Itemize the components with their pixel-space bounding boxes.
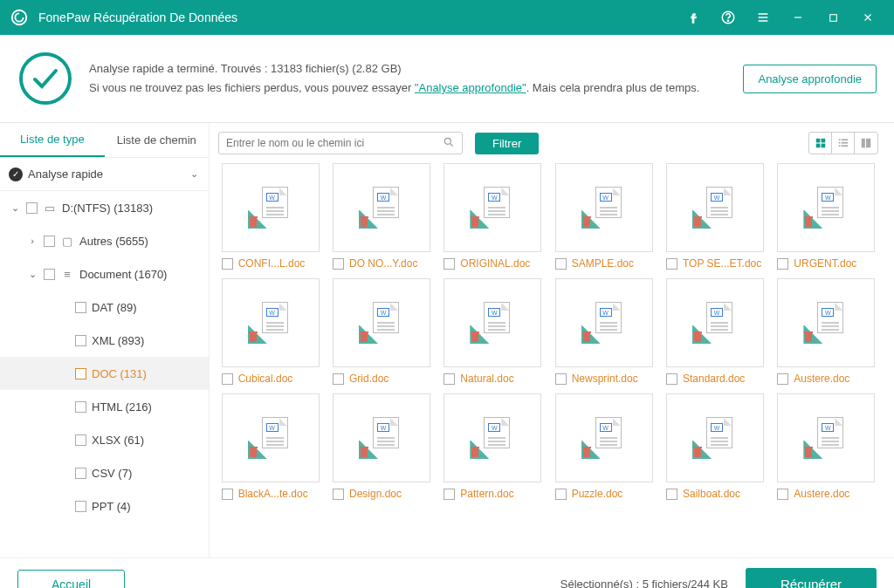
view-grid-button[interactable] <box>809 133 832 154</box>
file-checkbox[interactable] <box>222 373 233 385</box>
search-input[interactable] <box>226 137 443 149</box>
checkbox[interactable] <box>75 434 86 446</box>
file-card[interactable]: W Standard.doc <box>663 278 767 385</box>
file-checkbox[interactable] <box>777 373 788 385</box>
tree-filetype-item[interactable]: PPT (4) <box>0 489 209 523</box>
close-button[interactable] <box>850 0 885 35</box>
minimize-button[interactable] <box>781 0 815 35</box>
file-checkbox[interactable] <box>444 373 455 385</box>
facebook-icon[interactable] <box>676 0 711 35</box>
file-checkbox[interactable] <box>333 258 344 270</box>
checkbox[interactable] <box>75 302 86 313</box>
deep-scan-button[interactable]: Analyse approfondie <box>743 65 877 93</box>
file-checkbox[interactable] <box>333 373 344 385</box>
file-checkbox[interactable] <box>555 373 567 385</box>
file-card[interactable]: W CONFI...L.doc <box>218 163 322 270</box>
doc-file-icon: W <box>587 417 622 459</box>
tree-autres[interactable]: › ▢ Autres (5655) <box>0 224 209 257</box>
deep-scan-link[interactable]: "Analyse approfondie" <box>415 81 526 94</box>
app-title: FonePaw Récupération De Données <box>38 10 676 24</box>
file-checkbox[interactable] <box>666 373 677 385</box>
maximize-button[interactable] <box>815 0 850 35</box>
tab-type-list[interactable]: Liste de type <box>0 123 105 157</box>
checkbox[interactable] <box>75 468 86 479</box>
file-thumbnail: W <box>777 278 875 367</box>
file-thumbnail: W <box>666 163 764 252</box>
checkbox[interactable] <box>75 401 86 413</box>
doc-file-icon: W <box>475 417 510 459</box>
tree-document[interactable]: ⌄ ≡ Document (1670) <box>0 257 209 291</box>
tree-drive[interactable]: ⌄ ▭ D:(NTFS) (13183) <box>0 191 209 224</box>
file-card[interactable]: W Austere.doc <box>774 278 878 385</box>
doc-file-icon: W <box>475 302 510 344</box>
tree-filetype-item[interactable]: DOC (131) <box>0 357 209 390</box>
file-card[interactable]: W Cubical.doc <box>218 278 322 385</box>
tree-filetype-item[interactable]: CSV (7) <box>0 456 209 489</box>
recover-button[interactable]: Récupérer <box>746 568 877 588</box>
file-checkbox[interactable] <box>222 489 233 500</box>
file-checkbox[interactable] <box>777 258 788 270</box>
file-checkbox[interactable] <box>666 258 677 270</box>
file-checkbox[interactable] <box>555 489 567 500</box>
file-card[interactable]: W Puzzle.doc <box>552 393 656 500</box>
file-card[interactable]: W Sailboat.doc <box>663 393 767 500</box>
file-name: Puzzle.doc <box>572 488 653 500</box>
file-card[interactable]: W ORIGINAL.doc <box>441 163 545 270</box>
doc-file-icon: W <box>808 302 843 344</box>
svg-rect-7 <box>821 139 825 143</box>
checkbox[interactable] <box>26 202 38 214</box>
home-button[interactable]: Accueil <box>17 570 125 589</box>
doc-file-icon: W <box>253 187 288 229</box>
file-checkbox[interactable] <box>666 489 677 500</box>
file-card[interactable]: W Austere.doc <box>774 393 878 500</box>
filter-button[interactable]: Filtrer <box>475 133 539 154</box>
file-checkbox[interactable] <box>444 258 455 270</box>
file-card[interactable]: W BlackA...te.doc <box>218 393 322 500</box>
file-card[interactable]: W DO NO...Y.doc <box>329 163 433 270</box>
file-thumbnail: W <box>444 278 541 367</box>
tree-filetype-item[interactable]: XML (893) <box>0 324 209 357</box>
doc-file-icon: W <box>475 187 510 229</box>
view-detail-button[interactable] <box>855 133 877 154</box>
file-checkbox[interactable] <box>222 258 233 270</box>
checkbox[interactable] <box>75 368 86 379</box>
file-checkbox[interactable] <box>555 258 567 270</box>
scan-summary-header: Analyse rapide a terminé. Trouvés : 1318… <box>0 35 894 123</box>
file-thumbnail: W <box>666 278 764 367</box>
tree-filetype-item[interactable]: DAT (89) <box>0 291 209 324</box>
file-card[interactable]: W URGENT.doc <box>774 163 878 270</box>
file-checkbox[interactable] <box>444 489 455 500</box>
file-thumbnail: W <box>555 163 653 252</box>
checkbox[interactable] <box>75 501 86 512</box>
view-list-button[interactable] <box>832 133 855 154</box>
search-icon[interactable] <box>443 136 455 151</box>
checkbox[interactable] <box>44 236 55 247</box>
file-card[interactable]: W Natural.doc <box>441 278 545 385</box>
file-name: Cubical.doc <box>238 373 320 385</box>
menu-icon[interactable] <box>746 0 781 35</box>
doc-file-icon: W <box>253 417 288 459</box>
checkbox[interactable] <box>44 269 55 280</box>
chevron-down-icon: ⌄ <box>26 269 38 280</box>
tree-filetype-item[interactable]: XLSX (61) <box>0 423 209 456</box>
svg-rect-8 <box>815 144 820 148</box>
tree-item-label: CSV (7) <box>92 467 132 480</box>
scan-result-line: Analyse rapide a terminé. Trouvés : 1318… <box>89 59 743 79</box>
file-card[interactable]: W SAMPLE.doc <box>552 163 656 270</box>
file-card[interactable]: W Pattern.doc <box>441 393 545 500</box>
file-card[interactable]: W Grid.doc <box>329 278 433 385</box>
file-checkbox[interactable] <box>777 489 788 500</box>
file-card[interactable]: W Newsprint.doc <box>552 278 656 385</box>
svg-rect-12 <box>838 142 840 144</box>
tab-path-list[interactable]: Liste de chemin <box>105 123 210 157</box>
file-checkbox[interactable] <box>333 489 344 500</box>
file-card[interactable]: W Design.doc <box>329 393 433 500</box>
doc-file-icon: W <box>808 417 843 459</box>
tree-quick-scan[interactable]: ✓ Analyse rapide ⌄ <box>0 158 209 191</box>
file-name: SAMPLE.doc <box>572 257 653 270</box>
checkbox[interactable] <box>75 335 86 346</box>
help-icon[interactable] <box>711 0 746 35</box>
tree-filetype-item[interactable]: HTML (216) <box>0 390 209 423</box>
file-card[interactable]: W TOP SE...ET.doc <box>663 163 767 270</box>
file-name: Austere.doc <box>794 488 875 500</box>
